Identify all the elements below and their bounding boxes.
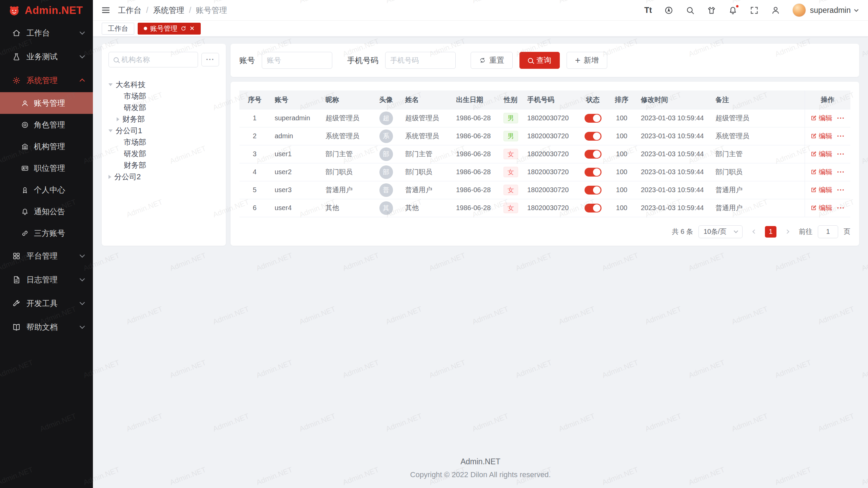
chevron-down-icon — [854, 7, 859, 12]
row-more-button[interactable]: ··· — [837, 204, 845, 212]
theme-icon[interactable] — [707, 6, 716, 15]
tree-node[interactable]: 财务部 — [108, 114, 219, 125]
cell-birthday: 1986-06-28 — [451, 109, 499, 127]
sidebar-item-devtools[interactable]: 开发工具 — [0, 291, 93, 315]
tree-node[interactable]: 分公司2 — [108, 171, 219, 183]
prev-page-button[interactable] — [748, 226, 760, 238]
sidebar-item-platform-mgmt[interactable]: 平台管理 — [0, 244, 93, 268]
caret-right-icon[interactable] — [108, 175, 111, 179]
next-page-button[interactable] — [782, 226, 793, 238]
search-icon[interactable] — [686, 6, 695, 15]
page-size-select[interactable]: 10条/页 — [698, 225, 743, 238]
tree-node[interactable]: 市场部 — [108, 90, 219, 102]
status-toggle[interactable] — [585, 150, 601, 159]
edit-icon — [810, 187, 817, 193]
status-toggle[interactable] — [585, 114, 601, 123]
sidebar-item-system-mgmt[interactable]: 系统管理 — [0, 68, 93, 92]
edit-button[interactable]: 编辑 — [810, 114, 832, 123]
notification-icon[interactable] — [728, 6, 737, 15]
tab-account-mgmt[interactable]: 账号管理 ✕ — [138, 23, 201, 35]
edit-icon — [810, 115, 817, 121]
account-label: 账号 — [239, 55, 255, 66]
status-toggle[interactable] — [585, 204, 601, 212]
sidebar-item-help-docs[interactable]: 帮助文档 — [0, 315, 93, 339]
search-button[interactable]: 查询 — [519, 52, 560, 69]
edit-button[interactable]: 编辑 — [810, 185, 832, 195]
tree-node[interactable]: 财务部 — [108, 160, 219, 171]
grid-icon — [12, 252, 21, 260]
caret-right-icon[interactable] — [117, 117, 119, 121]
edit-label: 编辑 — [819, 149, 832, 159]
sidebar-item-position-mgmt[interactable]: 职位管理 — [0, 157, 93, 179]
tree-node[interactable]: 研发部 — [108, 102, 219, 114]
sidebar-item-workbench[interactable]: 工作台 — [0, 21, 93, 45]
add-button[interactable]: + 新增 — [567, 52, 607, 69]
breadcrumb-item-current: 账号管理 — [196, 5, 227, 16]
row-more-button[interactable]: ··· — [837, 150, 845, 158]
th-sort: 排序 — [607, 90, 636, 109]
tree-node[interactable]: 市场部 — [108, 137, 219, 148]
sidebar-item-label: 开发工具 — [26, 298, 58, 309]
row-more-button[interactable]: ··· — [837, 168, 845, 176]
sidebar-item-business-test[interactable]: 业务测试 — [0, 45, 93, 68]
row-more-button[interactable]: ··· — [837, 186, 845, 194]
notification-badge — [735, 4, 739, 8]
sidebar-item-third-party[interactable]: 三方账号 — [0, 222, 93, 244]
fullscreen-icon[interactable] — [750, 6, 759, 15]
pagination-total: 共 6 条 — [672, 227, 693, 236]
brand-logo[interactable]: Admin.NET — [0, 0, 93, 21]
footer-title: Admin.NET — [102, 457, 859, 466]
row-more-button[interactable]: ··· — [837, 114, 845, 122]
cell-actions: 编辑 ··· — [805, 163, 850, 181]
pagination: 共 6 条 10条/页 1 前往 页 — [239, 225, 850, 238]
phone-input[interactable] — [390, 56, 451, 64]
sidebar-item-account-mgmt[interactable]: 账号管理 — [0, 92, 93, 114]
sidebar-item-notice[interactable]: 通知公告 — [0, 201, 93, 222]
font-size-icon[interactable]: Tt — [644, 6, 652, 14]
page-number-current[interactable]: 1 — [765, 226, 776, 238]
tree-node[interactable]: 分公司1 — [108, 125, 219, 137]
breadcrumb-item[interactable]: 系统管理 — [153, 5, 184, 16]
edit-button[interactable]: 编辑 — [810, 203, 832, 212]
tree-node[interactable]: 研发部 — [108, 148, 219, 160]
hamburger-menu-icon[interactable] — [101, 5, 111, 15]
status-toggle[interactable] — [585, 186, 601, 195]
cell-status — [578, 109, 607, 127]
edit-button[interactable]: 编辑 — [810, 131, 832, 141]
status-toggle[interactable] — [585, 132, 601, 141]
goto-page-input[interactable] — [818, 225, 838, 238]
cell-birthday: 1986-06-28 — [451, 163, 499, 181]
tree-node[interactable]: 大名科技 — [108, 79, 219, 90]
cell-index: 2 — [239, 127, 270, 145]
cell-avatar: 普 — [372, 181, 400, 199]
close-icon[interactable]: ✕ — [190, 25, 195, 32]
user-icon — [21, 99, 29, 107]
guide-icon[interactable] — [664, 6, 673, 15]
cell-gender: 女 — [499, 199, 522, 217]
org-search-input[interactable] — [121, 56, 193, 64]
cell-gender: 男 — [499, 127, 522, 145]
sidebar-item-log-mgmt[interactable]: 日志管理 — [0, 268, 93, 291]
caret-down-icon[interactable] — [108, 129, 113, 132]
sidebar-item-personal-center[interactable]: 个人中心 — [0, 179, 93, 201]
caret-down-icon[interactable] — [108, 83, 113, 86]
sidebar-item-label: 工作台 — [26, 28, 50, 38]
reset-label: 重置 — [489, 55, 504, 65]
profile-icon[interactable] — [771, 6, 780, 15]
account-input[interactable] — [267, 56, 327, 64]
tab-workbench[interactable]: 工作台 — [102, 23, 134, 35]
status-toggle[interactable] — [585, 168, 601, 177]
breadcrumb-item[interactable]: 工作台 — [118, 5, 141, 16]
tree-more-button[interactable]: ··· — [201, 53, 219, 66]
edit-button[interactable]: 编辑 — [810, 149, 832, 159]
tree-node-label: 市场部 — [124, 91, 146, 101]
edit-button[interactable]: 编辑 — [810, 167, 832, 177]
reset-button[interactable]: 重置 — [471, 52, 513, 69]
refresh-icon[interactable] — [180, 25, 186, 32]
row-more-button[interactable]: ··· — [837, 132, 845, 140]
sidebar-item-org-mgmt[interactable]: 机构管理 — [0, 136, 93, 157]
sidebar-item-role-mgmt[interactable]: 角色管理 — [0, 114, 93, 136]
cell-status — [578, 181, 607, 199]
user-menu[interactable]: superadmin — [792, 3, 858, 17]
add-label: 新增 — [584, 55, 599, 65]
